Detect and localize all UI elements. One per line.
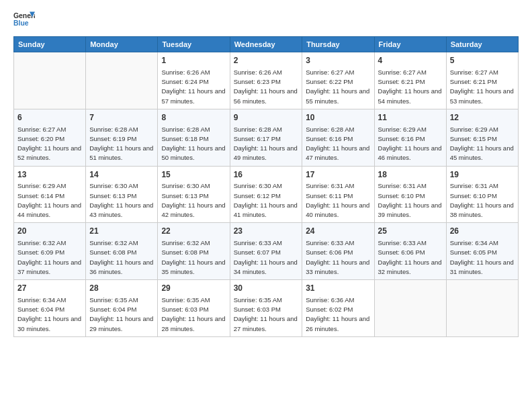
day-cell: [446, 280, 518, 337]
day-number: 31: [306, 283, 370, 294]
day-number: 1: [161, 55, 226, 66]
day-number: 3: [306, 55, 370, 66]
day-cell: 27Sunrise: 6:34 AM Sunset: 6:04 PM Dayli…: [14, 280, 86, 337]
logo-icon: General Blue: [13, 11, 35, 30]
day-info: Sunrise: 6:30 AM Sunset: 6:13 PM Dayligh…: [89, 181, 154, 220]
day-cell: 28Sunrise: 6:35 AM Sunset: 6:04 PM Dayli…: [86, 280, 158, 337]
weekday-header-tuesday: Tuesday: [158, 37, 230, 52]
day-info: Sunrise: 6:29 AM Sunset: 6:15 PM Dayligh…: [450, 125, 515, 163]
day-info: Sunrise: 6:28 AM Sunset: 6:18 PM Dayligh…: [161, 125, 226, 163]
day-cell: 25Sunrise: 6:33 AM Sunset: 6:06 PM Dayli…: [374, 223, 446, 280]
day-cell: 31Sunrise: 6:36 AM Sunset: 6:02 PM Dayli…: [302, 280, 374, 337]
weekday-header-friday: Friday: [374, 37, 446, 52]
day-number: 26: [450, 226, 515, 237]
day-cell: 19Sunrise: 6:31 AM Sunset: 6:10 PM Dayli…: [446, 166, 518, 223]
day-number: 13: [17, 169, 82, 181]
day-cell: 6Sunrise: 6:27 AM Sunset: 6:20 PM Daylig…: [14, 109, 86, 166]
day-info: Sunrise: 6:34 AM Sunset: 6:05 PM Dayligh…: [450, 238, 515, 277]
day-info: Sunrise: 6:27 AM Sunset: 6:20 PM Dayligh…: [17, 125, 82, 163]
day-cell: 24Sunrise: 6:33 AM Sunset: 6:06 PM Dayli…: [302, 223, 374, 280]
day-number: 19: [450, 169, 515, 181]
day-info: Sunrise: 6:28 AM Sunset: 6:19 PM Dayligh…: [89, 125, 154, 163]
day-info: Sunrise: 6:36 AM Sunset: 6:02 PM Dayligh…: [306, 295, 370, 334]
day-info: Sunrise: 6:31 AM Sunset: 6:10 PM Dayligh…: [450, 181, 515, 220]
day-cell: 7Sunrise: 6:28 AM Sunset: 6:19 PM Daylig…: [86, 109, 158, 166]
day-info: Sunrise: 6:33 AM Sunset: 6:06 PM Dayligh…: [306, 238, 370, 277]
week-row-4: 20Sunrise: 6:32 AM Sunset: 6:09 PM Dayli…: [14, 223, 519, 280]
week-row-5: 27Sunrise: 6:34 AM Sunset: 6:04 PM Dayli…: [14, 280, 519, 337]
day-number: 25: [378, 226, 443, 237]
day-cell: 23Sunrise: 6:33 AM Sunset: 6:07 PM Dayli…: [230, 223, 302, 280]
day-cell: 29Sunrise: 6:35 AM Sunset: 6:03 PM Dayli…: [158, 280, 230, 337]
day-info: Sunrise: 6:30 AM Sunset: 6:13 PM Dayligh…: [161, 181, 226, 220]
day-info: Sunrise: 6:27 AM Sunset: 6:22 PM Dayligh…: [306, 68, 370, 106]
day-info: Sunrise: 6:34 AM Sunset: 6:04 PM Dayligh…: [17, 295, 82, 334]
day-number: 2: [234, 55, 299, 66]
day-info: Sunrise: 6:35 AM Sunset: 6:03 PM Dayligh…: [234, 295, 299, 334]
day-cell: 17Sunrise: 6:31 AM Sunset: 6:11 PM Dayli…: [302, 166, 374, 223]
day-number: 28: [89, 283, 154, 294]
day-cell: 3Sunrise: 6:27 AM Sunset: 6:22 PM Daylig…: [302, 52, 374, 109]
weekday-header-wednesday: Wednesday: [230, 37, 302, 52]
day-cell: 30Sunrise: 6:35 AM Sunset: 6:03 PM Dayli…: [230, 280, 302, 337]
day-cell: 5Sunrise: 6:27 AM Sunset: 6:21 PM Daylig…: [446, 52, 518, 109]
day-cell: [14, 52, 86, 109]
day-number: 12: [450, 112, 515, 124]
week-row-3: 13Sunrise: 6:29 AM Sunset: 6:14 PM Dayli…: [14, 166, 519, 223]
day-info: Sunrise: 6:27 AM Sunset: 6:21 PM Dayligh…: [378, 68, 443, 106]
day-number: 16: [234, 169, 299, 181]
weekday-header-saturday: Saturday: [446, 37, 518, 52]
page-container: General Blue SundayMondayTuesdayWednesda…: [0, 0, 532, 351]
day-number: 9: [234, 112, 299, 124]
week-row-1: 1Sunrise: 6:26 AM Sunset: 6:24 PM Daylig…: [14, 52, 519, 109]
day-cell: 1Sunrise: 6:26 AM Sunset: 6:24 PM Daylig…: [158, 52, 230, 109]
day-cell: 4Sunrise: 6:27 AM Sunset: 6:21 PM Daylig…: [374, 52, 446, 109]
day-number: 21: [89, 226, 154, 237]
logo: General Blue: [13, 11, 35, 30]
day-cell: 2Sunrise: 6:26 AM Sunset: 6:23 PM Daylig…: [230, 52, 302, 109]
day-cell: 26Sunrise: 6:34 AM Sunset: 6:05 PM Dayli…: [446, 223, 518, 280]
day-cell: 18Sunrise: 6:31 AM Sunset: 6:10 PM Dayli…: [374, 166, 446, 223]
day-number: 22: [161, 226, 226, 237]
day-info: Sunrise: 6:32 AM Sunset: 6:08 PM Dayligh…: [89, 238, 154, 277]
weekday-header-row: SundayMondayTuesdayWednesdayThursdayFrid…: [14, 37, 519, 52]
day-info: Sunrise: 6:33 AM Sunset: 6:06 PM Dayligh…: [378, 238, 443, 277]
day-info: Sunrise: 6:26 AM Sunset: 6:24 PM Dayligh…: [161, 68, 226, 106]
day-cell: 14Sunrise: 6:30 AM Sunset: 6:13 PM Dayli…: [86, 166, 158, 223]
day-number: 4: [378, 55, 443, 66]
day-cell: 10Sunrise: 6:28 AM Sunset: 6:16 PM Dayli…: [302, 109, 374, 166]
day-number: 11: [378, 112, 443, 124]
day-number: 23: [234, 226, 299, 237]
day-cell: 15Sunrise: 6:30 AM Sunset: 6:13 PM Dayli…: [158, 166, 230, 223]
day-number: 7: [89, 112, 154, 124]
day-number: 14: [89, 169, 154, 181]
week-row-2: 6Sunrise: 6:27 AM Sunset: 6:20 PM Daylig…: [14, 109, 519, 166]
day-number: 15: [161, 169, 226, 181]
day-number: 6: [17, 112, 82, 124]
day-number: 30: [234, 283, 299, 294]
svg-text:Blue: Blue: [13, 19, 29, 27]
day-info: Sunrise: 6:31 AM Sunset: 6:10 PM Dayligh…: [378, 181, 443, 220]
day-info: Sunrise: 6:27 AM Sunset: 6:21 PM Dayligh…: [450, 68, 515, 106]
day-info: Sunrise: 6:28 AM Sunset: 6:16 PM Dayligh…: [306, 125, 370, 163]
day-cell: 20Sunrise: 6:32 AM Sunset: 6:09 PM Dayli…: [14, 223, 86, 280]
weekday-header-monday: Monday: [86, 37, 158, 52]
day-cell: 8Sunrise: 6:28 AM Sunset: 6:18 PM Daylig…: [158, 109, 230, 166]
day-cell: 12Sunrise: 6:29 AM Sunset: 6:15 PM Dayli…: [446, 109, 518, 166]
day-number: 20: [17, 226, 82, 237]
day-info: Sunrise: 6:32 AM Sunset: 6:09 PM Dayligh…: [17, 238, 82, 277]
day-number: 10: [306, 112, 370, 124]
day-number: 27: [17, 283, 82, 294]
day-info: Sunrise: 6:28 AM Sunset: 6:17 PM Dayligh…: [234, 125, 299, 163]
day-number: 29: [161, 283, 226, 294]
weekday-header-sunday: Sunday: [14, 37, 86, 52]
header: General Blue: [13, 11, 519, 30]
day-cell: 21Sunrise: 6:32 AM Sunset: 6:08 PM Dayli…: [86, 223, 158, 280]
day-number: 17: [306, 169, 370, 181]
day-info: Sunrise: 6:35 AM Sunset: 6:04 PM Dayligh…: [89, 295, 154, 334]
day-cell: 22Sunrise: 6:32 AM Sunset: 6:08 PM Dayli…: [158, 223, 230, 280]
day-cell: 11Sunrise: 6:29 AM Sunset: 6:16 PM Dayli…: [374, 109, 446, 166]
day-number: 18: [378, 169, 443, 181]
day-info: Sunrise: 6:26 AM Sunset: 6:23 PM Dayligh…: [234, 68, 299, 106]
day-number: 24: [306, 226, 370, 237]
